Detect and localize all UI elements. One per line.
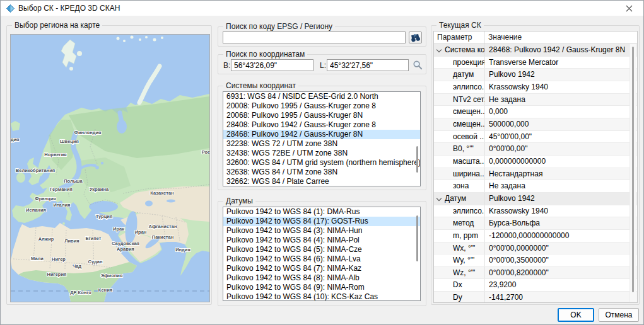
expander-cell — [434, 69, 445, 81]
table-row[interactable]: m, ppm-120000,000000000000 — [434, 230, 637, 242]
list-item[interactable]: 32600: WGS 84 / UTM grid system (norther… — [223, 158, 420, 168]
epsg-search-button[interactable] — [409, 31, 422, 43]
list-item[interactable]: Pulkovo 1942 to WGS 84 (5): NIMA-Cze — [223, 245, 420, 254]
list-item[interactable]: 20008: Pulkovo 1995 / Gauss-Kruger zone … — [223, 101, 420, 111]
value-cell: 0°00'00,3500000" — [484, 254, 637, 266]
list-item[interactable]: Pulkovo 1942 to WGS 84 (7): NIMA-Kaz — [223, 264, 420, 273]
param-cell: датум — [445, 69, 484, 81]
epsg-search-input[interactable] — [223, 31, 406, 43]
expander-cell[interactable] — [434, 193, 445, 205]
table-row[interactable]: эллипсо...Krassowsky 1940 — [434, 81, 637, 94]
coord-search-label: Поиск по координатам — [223, 50, 307, 59]
table-row[interactable]: Система ко...28468: Pulkovo 1942 / Gauss… — [434, 44, 637, 57]
list-item[interactable]: Pulkovo 1942 to WGS 84 (10): KCS-Kaz Cas — [223, 292, 420, 301]
column-header-param[interactable]: Параметр — [434, 31, 484, 43]
datums-scrollbar-thumb[interactable] — [416, 215, 418, 261]
value-cell: Krassowsky 1940 — [484, 205, 637, 217]
param-cell: Wz, °'" — [445, 267, 484, 279]
table-row[interactable]: Dy-141,2700 — [434, 292, 637, 303]
region-map[interactable]: ФинляндияИсландияШвецияНорвегияВеликобри… — [10, 34, 210, 302]
list-item[interactable]: 32438: WGS 72BE / UTM zone 38N — [223, 149, 420, 158]
table-row[interactable]: осевой ...45°00'00,00" — [434, 131, 637, 144]
map-country-label: Мали — [31, 256, 44, 261]
param-cell: эллипсо... — [445, 205, 484, 217]
list-item[interactable]: 32662: WGS 84 / Plate Carree — [223, 177, 420, 186]
param-cell: Wx, °'" — [445, 242, 484, 254]
table-row[interactable]: смещен...500000,000 — [434, 118, 637, 131]
map-country-label: Великобритания — [16, 168, 55, 173]
table-row[interactable]: смещен...0,000 — [434, 106, 637, 118]
list-item[interactable]: 6931: WGS 84 / NSIDC EASE-Grid 2.0 North — [223, 92, 420, 101]
table-row[interactable]: NTv2 сет...Не задана — [434, 94, 637, 106]
list-item[interactable]: Pulkovo 1942 to WGS 84 (9): NIMA-Rom — [223, 283, 420, 292]
cancel-button[interactable]: Отмена — [599, 308, 639, 322]
latitude-input[interactable] — [231, 59, 313, 71]
list-item[interactable]: 28408: Pulkovo 1942 / Gauss-Kruger zone … — [223, 120, 420, 130]
expander-cell — [434, 267, 445, 279]
param-cell: Датум — [445, 193, 484, 205]
list-item[interactable]: Pulkovo 1942 to WGS 84 (4): NIMA-Pol — [223, 236, 420, 245]
map-country-label: Нигерия — [47, 271, 67, 277]
expander-cell — [434, 143, 445, 155]
expander-cell — [434, 217, 445, 229]
table-row[interactable]: Wy, °'"0°00'00,3500000" — [434, 254, 637, 267]
list-item[interactable]: 32638: WGS 84 / UTM zone 38N — [223, 168, 420, 177]
map-country-label: Польша — [64, 178, 83, 184]
value-cell: Нестандартная — [484, 168, 637, 180]
table-row[interactable]: проекцияTransverse Mercator — [434, 57, 637, 69]
table-row[interactable]: масшта...0,000000000000 — [434, 156, 637, 168]
table-row[interactable]: Dx23,9200 — [434, 279, 637, 292]
table-row[interactable]: эллипсо...Krassowsky 1940 — [434, 205, 637, 218]
coord-search-group: Поиск по координатам B: L: — [218, 54, 426, 74]
value-cell: Krassowsky 1940 — [484, 81, 637, 93]
list-item[interactable]: Pulkovo 1942 to WGS 84 (8): NIMA-Alb — [223, 273, 420, 283]
coord-search-button[interactable] — [411, 59, 423, 71]
value-cell: 23,9200 — [484, 279, 637, 291]
param-cell: смещен... — [445, 118, 484, 130]
map-group-label: Выбор региона на карте — [12, 21, 102, 30]
ok-button[interactable]: OK — [558, 308, 594, 322]
app-icon — [6, 4, 15, 16]
table-scrollbar[interactable] — [629, 44, 636, 302]
table-row[interactable]: ширина...Нестандартная — [434, 168, 637, 181]
datums-label: Датумы — [223, 197, 255, 205]
table-scrollbar-thumb[interactable] — [632, 47, 634, 292]
close-button[interactable] — [615, 1, 643, 16]
systems-list[interactable]: 6931: WGS 84 / NSIDC EASE-Grid 2.0 North… — [223, 91, 421, 186]
table-row[interactable]: зонаНе задана — [434, 180, 637, 193]
value-cell: Pulkovo 1942 — [484, 193, 637, 205]
list-item[interactable]: Pulkovo 1942 to WGS 84 (17): GOST-Rus — [223, 217, 420, 226]
current-cs-group: Текущая СК Параметр Значение Система ко.… — [431, 25, 640, 305]
list-item[interactable]: Pulkovo 1942 to WGS 84 (3): NIMA-Hun — [223, 226, 420, 236]
table-row[interactable]: B0, °'"0°00'00,00" — [434, 143, 637, 156]
param-cell: Система ко... — [445, 44, 484, 56]
datums-list[interactable]: Pulkovo 1942 to WGS 84 (1): DMA-RusPulko… — [223, 207, 421, 301]
table-row[interactable]: ДатумPulkovo 1942 — [434, 193, 637, 205]
expander-cell[interactable] — [434, 44, 445, 56]
table-row[interactable]: датумPulkovo 1942 — [434, 69, 637, 81]
list-item[interactable]: 28468: Pulkovo 1942 / Gauss-Kruger 8N — [223, 130, 420, 139]
map-country-label: Норвегия — [44, 152, 66, 157]
column-header-value[interactable]: Значение — [484, 31, 637, 43]
list-item[interactable]: Pulkovo 1942 to WGS 84 (6): NIMA-Lva — [223, 254, 420, 264]
table-row[interactable]: методБурса-Вольфа — [434, 217, 637, 230]
list-item[interactable]: 20068: Pulkovo 1995 / Gauss-Kruger 8N — [223, 111, 420, 120]
map-country-label: Пакистан — [152, 234, 173, 240]
table-row[interactable]: Wx, °'"0°00'00,0000000" — [434, 242, 637, 255]
chevron-down-icon[interactable] — [436, 196, 442, 201]
chevron-down-icon[interactable] — [436, 47, 442, 52]
longitude-input[interactable] — [327, 59, 409, 71]
map-country-label: Исландия — [11, 137, 19, 142]
param-cell: ширина... — [445, 168, 484, 180]
systems-scrollbar-thumb[interactable] — [416, 146, 418, 173]
list-item[interactable]: 32238: WGS 72 / UTM zone 38N — [223, 139, 420, 149]
table-row[interactable]: Wz, °'"0°00'00,8200000" — [434, 267, 637, 280]
binoculars-icon — [410, 33, 421, 42]
param-cell: B0, °'" — [445, 143, 484, 155]
param-cell: проекция — [445, 57, 484, 69]
expander-cell — [434, 94, 445, 106]
list-item[interactable]: Pulkovo 1942 to WGS 84 (1): DMA-Rus — [223, 207, 420, 217]
map-country-label: Индия — [175, 247, 190, 253]
param-cell: масшта... — [445, 156, 484, 168]
param-cell: смещен... — [445, 106, 484, 118]
